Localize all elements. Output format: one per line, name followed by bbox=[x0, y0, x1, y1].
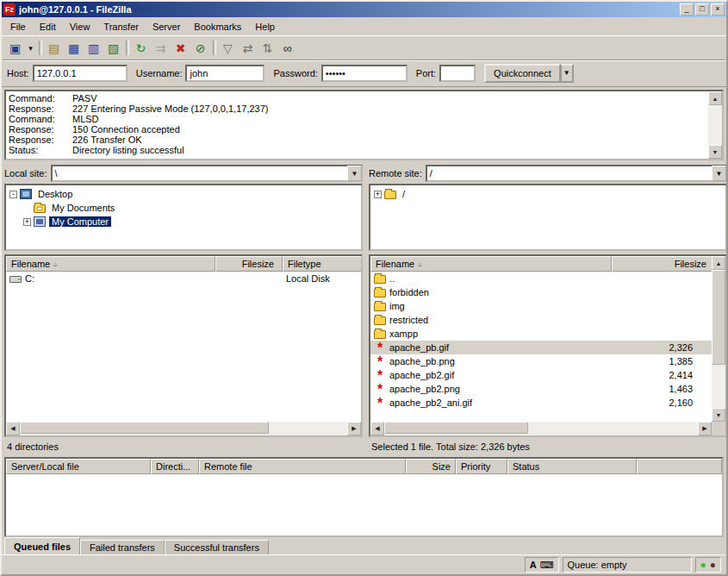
remote-tree-toggle-button[interactable]: ▥ bbox=[84, 38, 103, 58]
tab-queued-files[interactable]: Queued files bbox=[4, 537, 80, 554]
..[interactable]: .. bbox=[370, 272, 725, 285]
column-header[interactable]: Filesize bbox=[215, 256, 283, 272]
column-header[interactable]: Filetype bbox=[283, 256, 362, 272]
file-icon bbox=[374, 384, 386, 394]
menu-file[interactable]: File bbox=[3, 19, 33, 34]
menu-server[interactable]: Server bbox=[146, 19, 187, 34]
remote-status: Selected 1 file. Total size: 2,326 bytes bbox=[369, 437, 727, 454]
apache_pb2.png[interactable]: apache_pb2.png 1,463 bbox=[370, 382, 725, 396]
host-input[interactable] bbox=[33, 65, 128, 82]
log-line: Status:Directory listing successful bbox=[9, 145, 719, 155]
xampp[interactable]: xampp bbox=[370, 327, 725, 341]
scroll-up-icon[interactable]: ▲ bbox=[712, 256, 725, 270]
local-site-combo[interactable]: \ ▼ bbox=[51, 165, 363, 182]
vertical-splitter[interactable] bbox=[363, 163, 369, 454]
scroll-right-icon[interactable]: ▶ bbox=[347, 422, 361, 435]
tree-item[interactable]: + / bbox=[370, 187, 725, 201]
tree-expander-icon[interactable]: + bbox=[23, 218, 31, 226]
combo-dropdown-icon[interactable]: ▼ bbox=[347, 166, 362, 181]
activity-led-red: ● bbox=[710, 558, 716, 572]
tree-expander-icon[interactable]: - bbox=[9, 191, 17, 198]
column-header[interactable]: Status bbox=[507, 459, 637, 474]
column-header[interactable]: Priority bbox=[456, 459, 507, 474]
toolbar-button-icon: ⇉ bbox=[156, 41, 166, 55]
menu-edit[interactable]: Edit bbox=[33, 19, 63, 34]
apache_pb.gif[interactable]: apache_pb.gif 2,326 bbox=[370, 341, 725, 354]
column-header[interactable]: Filename▵ bbox=[370, 256, 612, 272]
password-input[interactable] bbox=[321, 65, 408, 82]
tree-item[interactable]: + My Computer bbox=[6, 215, 361, 229]
tree-item[interactable]: My Documents bbox=[6, 201, 361, 215]
C:[interactable]: C: Local Disk bbox=[6, 272, 361, 285]
column-header[interactable]: Filename▵ bbox=[6, 256, 215, 272]
tree-item[interactable]: - Desktop bbox=[6, 187, 361, 201]
menu-view[interactable]: View bbox=[63, 19, 97, 34]
site-manager-dropdown[interactable]: ▾ bbox=[25, 38, 36, 58]
menu-help[interactable]: Help bbox=[248, 19, 282, 34]
tree-item-label: / bbox=[400, 189, 408, 199]
compare-button[interactable]: ⇄ bbox=[238, 38, 258, 58]
refresh-button[interactable]: ↻ bbox=[131, 38, 151, 58]
quickconnect-button[interactable]: Quickconnect bbox=[484, 64, 561, 83]
log-scrollbar[interactable]: ▲ ▼ bbox=[708, 91, 722, 159]
column-header[interactable]: Server/Local file bbox=[6, 459, 151, 474]
combo-dropdown-icon[interactable]: ▼ bbox=[712, 166, 726, 181]
local-tree-toggle-button[interactable]: ▦ bbox=[64, 38, 84, 58]
apache_pb2.gif[interactable]: apache_pb2.gif 2,414 bbox=[370, 368, 725, 382]
remote-site-combo[interactable]: / ▼ bbox=[426, 165, 727, 182]
remote-vertical-scrollbar[interactable]: ▲ ▼ bbox=[712, 256, 725, 422]
tab-successful-transfers[interactable]: Successful transfers bbox=[165, 540, 269, 554]
column-header[interactable]: Remote file bbox=[199, 459, 406, 474]
menu-transfer[interactable]: Transfer bbox=[96, 19, 146, 34]
scroll-down-icon[interactable]: ▼ bbox=[708, 145, 722, 159]
column-header[interactable]: L bbox=[362, 256, 363, 272]
toolbar-button-icon: ▣ bbox=[9, 41, 21, 55]
speed-limits-icon[interactable]: ⌨ bbox=[540, 558, 554, 572]
tab-failed-transfers[interactable]: Failed transfers bbox=[80, 540, 165, 554]
column-header[interactable]: Size bbox=[406, 459, 456, 474]
disconnect-button[interactable]: ⊘ bbox=[190, 38, 210, 58]
scroll-left-icon[interactable]: ◀ bbox=[6, 422, 20, 435]
close-button[interactable]: × bbox=[711, 3, 725, 16]
title-bar[interactable]: Fz john@127.0.0.1 - FileZilla _ □ × bbox=[2, 2, 726, 17]
username-input[interactable] bbox=[185, 65, 264, 82]
scrollbar-thumb[interactable] bbox=[20, 422, 269, 434]
filter-button[interactable]: ▽ bbox=[218, 38, 238, 58]
scrollbar-thumb[interactable] bbox=[712, 270, 725, 365]
sort-arrow-icon: ▵ bbox=[53, 260, 57, 268]
site-manager-button[interactable]: ▣ bbox=[5, 38, 25, 58]
scroll-up-icon[interactable]: ▲ bbox=[708, 91, 722, 105]
forbidden[interactable]: forbidden bbox=[370, 285, 725, 299]
restricted[interactable]: restricted bbox=[370, 313, 725, 327]
apache_pb.png[interactable]: apache_pb.png 1,385 bbox=[370, 354, 725, 368]
remote-horizontal-scrollbar[interactable]: ◀ ▶ bbox=[370, 422, 712, 435]
local-horizontal-scrollbar[interactable]: ◀ ▶ bbox=[6, 422, 361, 435]
transfer-type-icon[interactable]: A bbox=[530, 558, 537, 572]
quickconnect-dropdown[interactable]: ▼ bbox=[561, 64, 574, 83]
scroll-right-icon[interactable]: ▶ bbox=[698, 422, 712, 435]
scroll-left-icon[interactable]: ◀ bbox=[370, 422, 384, 435]
column-header[interactable]: Filesize bbox=[612, 256, 715, 272]
scrollbar-thumb[interactable] bbox=[384, 422, 528, 434]
local-file-list: Filename▵ Filesize Filetype L C: Lo bbox=[4, 254, 363, 437]
cancel-button[interactable]: ✖ bbox=[171, 38, 190, 58]
sync-browsing-button[interactable]: ⇅ bbox=[258, 38, 277, 58]
sort-arrow-icon: ▵ bbox=[418, 260, 421, 268]
menu-bookmarks[interactable]: Bookmarks bbox=[187, 19, 248, 34]
port-input[interactable] bbox=[439, 65, 476, 82]
minimize-button[interactable]: _ bbox=[680, 3, 694, 16]
img[interactable]: img bbox=[370, 299, 725, 313]
message-log-toggle-button[interactable]: ▤ bbox=[44, 38, 64, 58]
file-icon bbox=[374, 356, 386, 366]
find-button[interactable]: ∞ bbox=[277, 38, 297, 58]
queue-toggle-button[interactable]: ▧ bbox=[103, 38, 123, 58]
maximize-button[interactable]: □ bbox=[695, 3, 709, 16]
apache_pb2_ani.gif[interactable]: apache_pb2_ani.gif 2,160 bbox=[370, 396, 725, 410]
log-line-label: Command: bbox=[9, 93, 72, 103]
file-icon bbox=[374, 330, 386, 339]
file-name: .. bbox=[389, 273, 395, 284]
column-header[interactable]: Directi... bbox=[151, 459, 199, 474]
file-name: img bbox=[389, 301, 405, 311]
tree-expander-icon[interactable]: + bbox=[374, 191, 382, 198]
scroll-down-icon[interactable]: ▼ bbox=[712, 408, 725, 422]
